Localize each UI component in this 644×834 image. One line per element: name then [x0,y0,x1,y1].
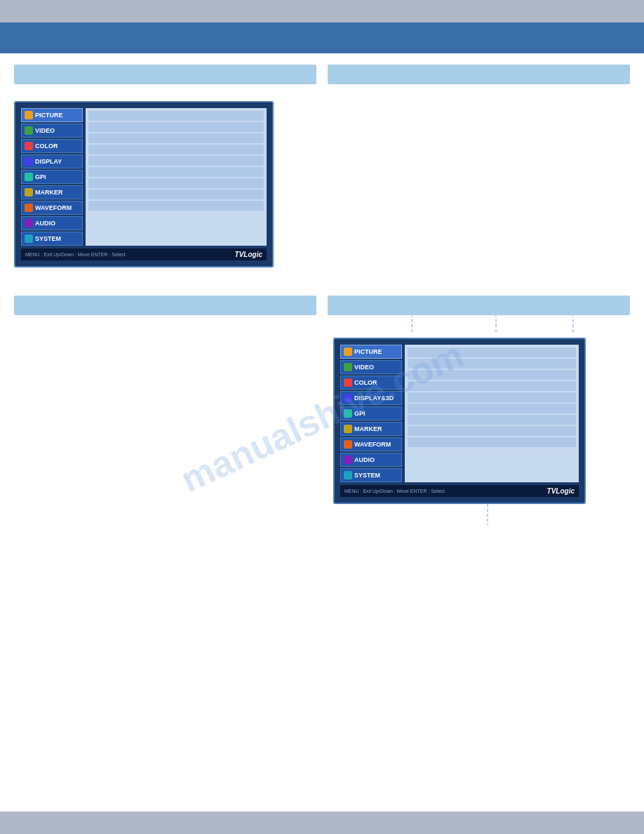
menu-item-audio-2[interactable]: AUDIO [340,453,402,467]
menu-item-color-1[interactable]: COLOR [21,139,83,153]
menu-item-picture-label-2: PICTURE [354,348,382,355]
footer-text-1: MENU : Exit Up/Down : Move ENTER : Selec… [25,252,126,257]
bottom-two-col: PICTURE VIDEO COLOR DISPLAY&3D [14,326,630,535]
menu-sidebar-1: PICTURE VIDEO COLOR DISPLAY [21,108,83,246]
content-line-b2 [408,359,576,369]
annotation-svg-bottom [333,504,586,532]
content-line-b4 [408,381,576,391]
menu-item-marker-label-2: MARKER [354,425,382,432]
menu-item-display-label-1: DISPLAY [35,158,62,165]
content-line-8 [88,190,264,199]
top-two-col: PICTURE VIDEO COLOR DISPLAY [14,95,630,267]
monitor-footer-2: MENU : Exit Up/Down : Move ENTER : Selec… [340,485,579,497]
menu-item-waveform-label-1: WAVEFORM [35,204,72,211]
menu-item-picture-2[interactable]: PICTURE [340,345,402,359]
menu-item-system-2[interactable]: SYSTEM [340,468,402,482]
section-box-left-2 [14,296,316,315]
content-area-2 [405,345,579,482]
menu-item-gpi-2[interactable]: GPI [340,406,402,421]
content-line-5 [88,156,264,166]
color-icon-1 [25,142,33,150]
right-col-2: PICTURE VIDEO COLOR DISPLAY&3D [328,326,630,535]
menu-item-display3d-label-2: DISPLAY&3D [354,395,394,402]
content-line-2 [88,122,264,132]
content-line-1 [88,111,264,121]
display-icon-1 [25,157,33,166]
menu-item-picture-1[interactable]: PICTURE [21,108,83,122]
marker-icon-2 [344,425,352,433]
display3d-icon-2 [344,394,352,402]
content-line-b9 [408,437,576,447]
menu-item-audio-label-1: AUDIO [35,220,55,227]
gpi-icon-2 [344,409,352,418]
menu-item-marker-1[interactable]: MARKER [21,185,83,199]
left-col-2 [14,326,316,535]
menu-item-display3d-2[interactable]: DISPLAY&3D [340,391,402,405]
top-bar [0,0,644,22]
content-line-b8 [408,426,576,436]
monitor-screen-2: PICTURE VIDEO COLOR DISPLAY&3D [333,338,586,504]
content-line-b6 [408,404,576,413]
left-col-1: PICTURE VIDEO COLOR DISPLAY [14,95,316,267]
monitor-screen-1: PICTURE VIDEO COLOR DISPLAY [14,101,274,267]
content-line-7 [88,178,264,188]
waveform-icon-2 [344,440,352,449]
menu-item-video-label-2: VIDEO [354,364,374,371]
footer-logo-2: TVLogic [547,487,575,495]
monitor-inner-2: PICTURE VIDEO COLOR DISPLAY&3D [340,345,579,482]
footer-logo-1: TVLogic [235,251,262,258]
top-section-row [14,65,630,84]
waveform-icon-1 [25,204,33,212]
menu-item-picture-label-1: PICTURE [35,112,63,119]
marker-icon-1 [25,188,33,197]
content-line-9 [88,201,264,211]
content-line-b7 [408,415,576,425]
content-line-b1 [408,348,576,357]
video-icon-2 [344,363,352,371]
gpi-icon-1 [25,173,33,181]
audio-icon-2 [344,456,352,464]
picture-icon-2 [344,348,352,356]
menu-item-gpi-label-2: GPI [354,410,365,417]
content-area-1 [86,108,267,246]
menu-item-system-1[interactable]: SYSTEM [21,232,83,246]
menu-item-display-1[interactable]: DISPLAY [21,154,83,168]
content-line-3 [88,133,264,143]
menu-item-system-label-2: SYSTEM [354,472,380,479]
middle-section-row [14,296,630,315]
menu-item-video-2[interactable]: VIDEO [340,360,402,374]
section-box-left-1 [14,65,316,84]
monitor-inner-1: PICTURE VIDEO COLOR DISPLAY [21,108,267,246]
bottom-bar [0,812,644,834]
audio-icon-1 [25,219,33,227]
menu-item-video-1[interactable]: VIDEO [21,124,83,138]
content-line-b5 [408,392,576,402]
right-col-1 [328,95,630,267]
system-icon-2 [344,471,352,479]
system-icon-1 [25,234,33,243]
menu-item-video-label-1: VIDEO [35,127,55,134]
menu-item-gpi-label-1: GPI [35,173,46,180]
header-bar [0,22,644,53]
menu-item-audio-label-2: AUDIO [354,456,375,463]
menu-item-color-2[interactable]: COLOR [340,376,402,390]
content-line-b3 [408,370,576,380]
section-box-right-1 [328,65,630,84]
menu-item-waveform-2[interactable]: WAVEFORM [340,437,402,451]
section-box-right-2 [328,296,630,315]
menu-item-audio-1[interactable]: AUDIO [21,216,83,230]
menu-item-system-label-1: SYSTEM [35,235,61,242]
monitor-footer-1: MENU : Exit Up/Down : Move ENTER : Selec… [21,249,267,260]
content-line-6 [88,167,264,177]
main-content: manualshive.com PICTURE [0,53,644,826]
menu-item-waveform-label-2: WAVEFORM [354,441,391,448]
picture-icon-1 [25,111,33,119]
menu-item-gpi-1[interactable]: GPI [21,170,83,184]
menu-item-marker-2[interactable]: MARKER [340,422,402,436]
menu-item-color-label-1: COLOR [35,143,58,150]
footer-text-2: MENU : Exit Up/Down : Move ENTER : Selec… [344,489,445,494]
menu-sidebar-2: PICTURE VIDEO COLOR DISPLAY&3D [340,345,402,482]
color-icon-2 [344,378,352,387]
menu-item-marker-label-1: MARKER [35,189,63,196]
menu-item-waveform-1[interactable]: WAVEFORM [21,201,83,215]
